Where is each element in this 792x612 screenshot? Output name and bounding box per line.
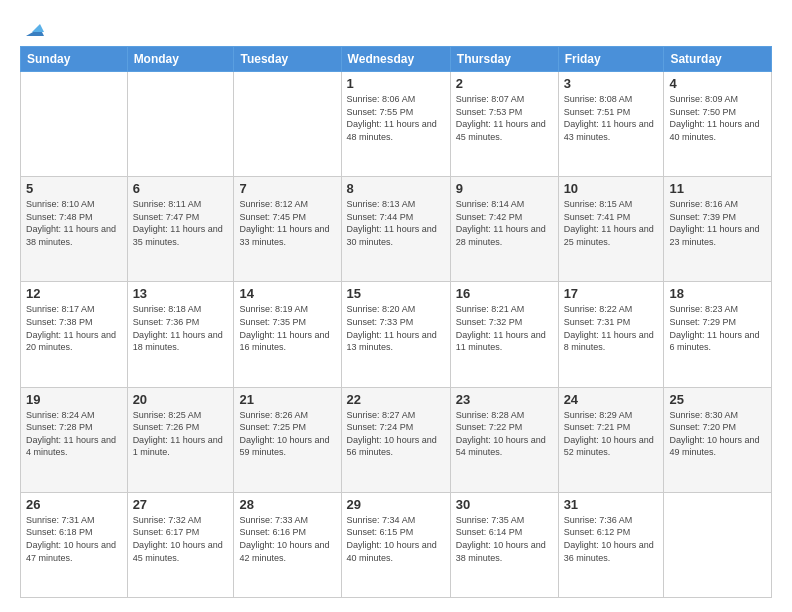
calendar-page: Sunday Monday Tuesday Wednesday Thursday… [0,0,792,612]
table-row: 2Sunrise: 8:07 AM Sunset: 7:53 PM Daylig… [450,72,558,177]
table-row [127,72,234,177]
day-number: 31 [564,497,659,512]
table-row: 4Sunrise: 8:09 AM Sunset: 7:50 PM Daylig… [664,72,772,177]
table-row: 23Sunrise: 8:28 AM Sunset: 7:22 PM Dayli… [450,387,558,492]
day-number: 21 [239,392,335,407]
day-info: Sunrise: 8:12 AM Sunset: 7:45 PM Dayligh… [239,198,335,248]
day-info: Sunrise: 8:29 AM Sunset: 7:21 PM Dayligh… [564,409,659,459]
day-info: Sunrise: 7:31 AM Sunset: 6:18 PM Dayligh… [26,514,122,564]
table-row: 5Sunrise: 8:10 AM Sunset: 7:48 PM Daylig… [21,177,128,282]
table-row: 14Sunrise: 8:19 AM Sunset: 7:35 PM Dayli… [234,282,341,387]
table-row: 16Sunrise: 8:21 AM Sunset: 7:32 PM Dayli… [450,282,558,387]
table-row [21,72,128,177]
table-row: 17Sunrise: 8:22 AM Sunset: 7:31 PM Dayli… [558,282,664,387]
day-info: Sunrise: 7:35 AM Sunset: 6:14 PM Dayligh… [456,514,553,564]
day-number: 7 [239,181,335,196]
day-number: 27 [133,497,229,512]
day-number: 6 [133,181,229,196]
calendar-header-row: Sunday Monday Tuesday Wednesday Thursday… [21,47,772,72]
col-thursday: Thursday [450,47,558,72]
day-info: Sunrise: 8:15 AM Sunset: 7:41 PM Dayligh… [564,198,659,248]
day-info: Sunrise: 8:17 AM Sunset: 7:38 PM Dayligh… [26,303,122,353]
day-info: Sunrise: 8:07 AM Sunset: 7:53 PM Dayligh… [456,93,553,143]
calendar-table: Sunday Monday Tuesday Wednesday Thursday… [20,46,772,598]
table-row: 6Sunrise: 8:11 AM Sunset: 7:47 PM Daylig… [127,177,234,282]
col-saturday: Saturday [664,47,772,72]
day-number: 16 [456,286,553,301]
day-number: 9 [456,181,553,196]
day-info: Sunrise: 7:32 AM Sunset: 6:17 PM Dayligh… [133,514,229,564]
table-row: 19Sunrise: 8:24 AM Sunset: 7:28 PM Dayli… [21,387,128,492]
day-number: 1 [347,76,445,91]
day-number: 25 [669,392,766,407]
day-info: Sunrise: 8:06 AM Sunset: 7:55 PM Dayligh… [347,93,445,143]
table-row: 10Sunrise: 8:15 AM Sunset: 7:41 PM Dayli… [558,177,664,282]
day-number: 26 [26,497,122,512]
svg-marker-1 [32,24,44,32]
day-number: 3 [564,76,659,91]
day-info: Sunrise: 8:11 AM Sunset: 7:47 PM Dayligh… [133,198,229,248]
day-info: Sunrise: 8:19 AM Sunset: 7:35 PM Dayligh… [239,303,335,353]
day-info: Sunrise: 8:10 AM Sunset: 7:48 PM Dayligh… [26,198,122,248]
table-row: 1Sunrise: 8:06 AM Sunset: 7:55 PM Daylig… [341,72,450,177]
day-number: 18 [669,286,766,301]
day-info: Sunrise: 8:14 AM Sunset: 7:42 PM Dayligh… [456,198,553,248]
table-row: 26Sunrise: 7:31 AM Sunset: 6:18 PM Dayli… [21,492,128,597]
table-row: 28Sunrise: 7:33 AM Sunset: 6:16 PM Dayli… [234,492,341,597]
table-row [664,492,772,597]
day-number: 15 [347,286,445,301]
day-info: Sunrise: 8:25 AM Sunset: 7:26 PM Dayligh… [133,409,229,459]
day-number: 13 [133,286,229,301]
day-number: 12 [26,286,122,301]
day-info: Sunrise: 8:20 AM Sunset: 7:33 PM Dayligh… [347,303,445,353]
day-info: Sunrise: 8:21 AM Sunset: 7:32 PM Dayligh… [456,303,553,353]
table-row [234,72,341,177]
day-number: 2 [456,76,553,91]
day-number: 11 [669,181,766,196]
day-info: Sunrise: 8:22 AM Sunset: 7:31 PM Dayligh… [564,303,659,353]
table-row: 25Sunrise: 8:30 AM Sunset: 7:20 PM Dayli… [664,387,772,492]
day-number: 23 [456,392,553,407]
table-row: 8Sunrise: 8:13 AM Sunset: 7:44 PM Daylig… [341,177,450,282]
day-number: 19 [26,392,122,407]
col-friday: Friday [558,47,664,72]
table-row: 22Sunrise: 8:27 AM Sunset: 7:24 PM Dayli… [341,387,450,492]
calendar-week-row: 12Sunrise: 8:17 AM Sunset: 7:38 PM Dayli… [21,282,772,387]
table-row: 13Sunrise: 8:18 AM Sunset: 7:36 PM Dayli… [127,282,234,387]
day-number: 17 [564,286,659,301]
logo-icon [22,18,44,40]
table-row: 12Sunrise: 8:17 AM Sunset: 7:38 PM Dayli… [21,282,128,387]
col-tuesday: Tuesday [234,47,341,72]
day-info: Sunrise: 8:26 AM Sunset: 7:25 PM Dayligh… [239,409,335,459]
col-wednesday: Wednesday [341,47,450,72]
day-number: 4 [669,76,766,91]
day-info: Sunrise: 7:34 AM Sunset: 6:15 PM Dayligh… [347,514,445,564]
day-info: Sunrise: 8:08 AM Sunset: 7:51 PM Dayligh… [564,93,659,143]
col-sunday: Sunday [21,47,128,72]
day-number: 8 [347,181,445,196]
table-row: 21Sunrise: 8:26 AM Sunset: 7:25 PM Dayli… [234,387,341,492]
calendar-week-row: 1Sunrise: 8:06 AM Sunset: 7:55 PM Daylig… [21,72,772,177]
day-number: 24 [564,392,659,407]
table-row: 3Sunrise: 8:08 AM Sunset: 7:51 PM Daylig… [558,72,664,177]
table-row: 11Sunrise: 8:16 AM Sunset: 7:39 PM Dayli… [664,177,772,282]
day-info: Sunrise: 8:23 AM Sunset: 7:29 PM Dayligh… [669,303,766,353]
day-number: 29 [347,497,445,512]
day-number: 14 [239,286,335,301]
day-info: Sunrise: 7:33 AM Sunset: 6:16 PM Dayligh… [239,514,335,564]
table-row: 31Sunrise: 7:36 AM Sunset: 6:12 PM Dayli… [558,492,664,597]
calendar-week-row: 26Sunrise: 7:31 AM Sunset: 6:18 PM Dayli… [21,492,772,597]
calendar-week-row: 5Sunrise: 8:10 AM Sunset: 7:48 PM Daylig… [21,177,772,282]
table-row: 30Sunrise: 7:35 AM Sunset: 6:14 PM Dayli… [450,492,558,597]
header [20,18,772,36]
day-info: Sunrise: 8:16 AM Sunset: 7:39 PM Dayligh… [669,198,766,248]
table-row: 18Sunrise: 8:23 AM Sunset: 7:29 PM Dayli… [664,282,772,387]
day-info: Sunrise: 8:24 AM Sunset: 7:28 PM Dayligh… [26,409,122,459]
table-row: 7Sunrise: 8:12 AM Sunset: 7:45 PM Daylig… [234,177,341,282]
day-info: Sunrise: 8:28 AM Sunset: 7:22 PM Dayligh… [456,409,553,459]
day-info: Sunrise: 8:27 AM Sunset: 7:24 PM Dayligh… [347,409,445,459]
day-info: Sunrise: 8:30 AM Sunset: 7:20 PM Dayligh… [669,409,766,459]
day-number: 22 [347,392,445,407]
table-row: 24Sunrise: 8:29 AM Sunset: 7:21 PM Dayli… [558,387,664,492]
table-row: 15Sunrise: 8:20 AM Sunset: 7:33 PM Dayli… [341,282,450,387]
